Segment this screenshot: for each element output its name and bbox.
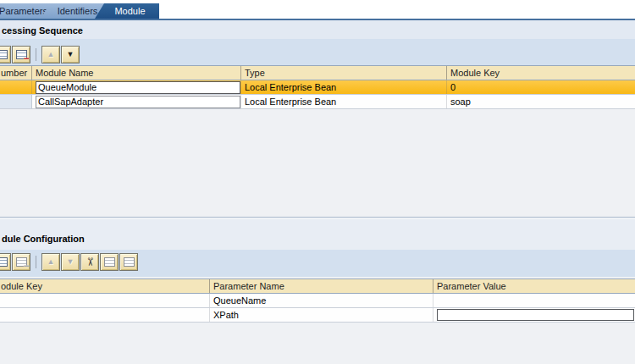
tab-identifiers-label: Identifiers xyxy=(52,3,98,19)
column-header-module-key[interactable]: odule Key xyxy=(0,279,210,293)
module-name-input[interactable] xyxy=(36,81,240,94)
tab-parameters-label: Parameters xyxy=(0,3,47,19)
module-configuration-table: odule Key Parameter Name Parameter Value… xyxy=(0,279,635,323)
column-header-module-name[interactable]: Module Name xyxy=(32,66,241,80)
table-header-row: umber Module Name Type Module Key xyxy=(0,65,635,80)
move-down-button[interactable]: ▼ xyxy=(61,46,80,63)
up-arrow-icon: ▲ xyxy=(47,258,55,266)
tab-module[interactable]: Module xyxy=(95,3,159,19)
parameter-value-cell[interactable] xyxy=(433,294,635,307)
module-key-cell[interactable]: soap xyxy=(447,95,635,108)
table-header-row: odule Key Parameter Name Parameter Value xyxy=(0,279,635,294)
tab-strip: Parameters Identifiers Module xyxy=(0,0,635,20)
processing-sequence-table: umber Module Name Type Module Key Local … xyxy=(0,65,635,109)
down-arrow-icon: ▼ xyxy=(67,51,75,58)
delete-row-button[interactable]: − xyxy=(12,253,30,271)
table-row[interactable]: QueueName xyxy=(0,294,635,308)
paste-button[interactable] xyxy=(119,253,138,271)
module-name-input[interactable] xyxy=(36,96,240,108)
toolbar-separator xyxy=(36,48,36,61)
table-row[interactable]: Local Enterprise Bean 0 xyxy=(0,80,635,95)
type-cell[interactable]: Local Enterprise Bean xyxy=(241,95,447,108)
copy-icon xyxy=(104,257,115,267)
processing-sequence-band xyxy=(0,20,635,39)
delete-row-icon: − xyxy=(16,50,27,59)
parameter-name-cell[interactable]: XPath xyxy=(210,308,433,322)
parameter-name-cell[interactable]: QueueName xyxy=(210,294,433,307)
delete-row-icon: − xyxy=(16,257,27,267)
insert-row-icon: + xyxy=(0,50,8,59)
table-row[interactable]: XPath xyxy=(0,308,635,323)
number-cell[interactable] xyxy=(0,95,32,108)
move-down-button[interactable]: ▼ xyxy=(61,253,80,271)
parameter-value-input[interactable] xyxy=(437,309,634,321)
column-header-parameter-value[interactable]: Parameter Value xyxy=(433,279,635,293)
processing-sequence-title: cessing Sequence xyxy=(2,25,83,36)
column-header-module-key[interactable]: Module Key xyxy=(447,66,635,80)
column-header-parameter-name[interactable]: Parameter Name xyxy=(210,279,433,293)
type-cell[interactable]: Local Enterprise Bean xyxy=(241,80,447,94)
number-cell[interactable] xyxy=(0,80,32,94)
down-arrow-icon: ▼ xyxy=(67,258,75,266)
paste-icon xyxy=(124,257,135,267)
column-header-type[interactable]: Type xyxy=(241,66,447,80)
table-row[interactable]: Local Enterprise Bean soap xyxy=(0,95,635,109)
module-configuration-toolbar: + − ▲ ▼ ✂ xyxy=(0,253,139,271)
toolbar-separator xyxy=(36,256,36,268)
parameter-value-cell xyxy=(433,308,635,322)
insert-row-icon: + xyxy=(0,257,8,267)
module-name-cell xyxy=(32,95,241,108)
insert-row-button[interactable]: + xyxy=(0,46,11,63)
module-key-cell[interactable]: 0 xyxy=(447,80,635,94)
delete-row-button[interactable]: − xyxy=(12,46,30,63)
module-configuration-title: dule Configuration xyxy=(2,234,85,244)
column-header-number[interactable]: umber xyxy=(0,66,32,80)
tab-module-label: Module xyxy=(108,3,145,19)
cut-button[interactable]: ✂ xyxy=(80,253,99,271)
module-key-cell[interactable] xyxy=(0,308,210,322)
module-name-cell xyxy=(32,80,241,94)
insert-row-button[interactable]: + xyxy=(0,253,11,271)
copy-button[interactable] xyxy=(100,253,119,271)
module-key-cell[interactable] xyxy=(0,294,210,307)
processing-sequence-toolbar-band xyxy=(0,39,635,65)
up-arrow-icon: ▲ xyxy=(47,51,55,58)
sap-module-screen: Parameters Identifiers Module cessing Se… xyxy=(0,0,635,364)
move-up-button[interactable]: ▲ xyxy=(41,253,60,271)
move-up-button[interactable]: ▲ xyxy=(41,46,60,63)
module-configuration-band xyxy=(0,219,635,250)
processing-sequence-toolbar: + − ▲ ▼ xyxy=(0,46,80,63)
scissors-icon: ✂ xyxy=(85,257,96,267)
